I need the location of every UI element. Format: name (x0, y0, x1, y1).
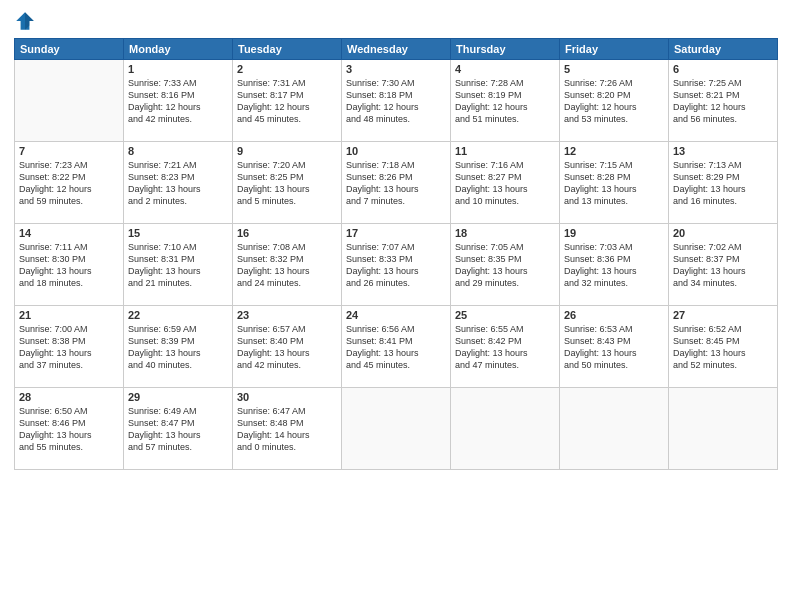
weekday-header: Tuesday (233, 39, 342, 60)
day-number: 1 (128, 63, 228, 75)
day-info: Sunrise: 7:02 AM Sunset: 8:37 PM Dayligh… (673, 241, 773, 290)
calendar-cell: 18Sunrise: 7:05 AM Sunset: 8:35 PM Dayli… (451, 224, 560, 306)
day-number: 18 (455, 227, 555, 239)
calendar-cell: 21Sunrise: 7:00 AM Sunset: 8:38 PM Dayli… (15, 306, 124, 388)
calendar-cell: 19Sunrise: 7:03 AM Sunset: 8:36 PM Dayli… (560, 224, 669, 306)
calendar-cell (15, 60, 124, 142)
calendar-week-row: 14Sunrise: 7:11 AM Sunset: 8:30 PM Dayli… (15, 224, 778, 306)
calendar-cell: 26Sunrise: 6:53 AM Sunset: 8:43 PM Dayli… (560, 306, 669, 388)
calendar-cell: 25Sunrise: 6:55 AM Sunset: 8:42 PM Dayli… (451, 306, 560, 388)
calendar-cell: 4Sunrise: 7:28 AM Sunset: 8:19 PM Daylig… (451, 60, 560, 142)
calendar-cell: 29Sunrise: 6:49 AM Sunset: 8:47 PM Dayli… (124, 388, 233, 470)
day-number: 23 (237, 309, 337, 321)
day-info: Sunrise: 6:50 AM Sunset: 8:46 PM Dayligh… (19, 405, 119, 454)
calendar-cell: 17Sunrise: 7:07 AM Sunset: 8:33 PM Dayli… (342, 224, 451, 306)
calendar-cell: 14Sunrise: 7:11 AM Sunset: 8:30 PM Dayli… (15, 224, 124, 306)
calendar-cell: 20Sunrise: 7:02 AM Sunset: 8:37 PM Dayli… (669, 224, 778, 306)
weekday-header: Sunday (15, 39, 124, 60)
weekday-header: Thursday (451, 39, 560, 60)
calendar-cell: 5Sunrise: 7:26 AM Sunset: 8:20 PM Daylig… (560, 60, 669, 142)
calendar-week-row: 7Sunrise: 7:23 AM Sunset: 8:22 PM Daylig… (15, 142, 778, 224)
day-number: 8 (128, 145, 228, 157)
day-number: 30 (237, 391, 337, 403)
day-number: 27 (673, 309, 773, 321)
calendar-cell: 23Sunrise: 6:57 AM Sunset: 8:40 PM Dayli… (233, 306, 342, 388)
calendar-cell: 24Sunrise: 6:56 AM Sunset: 8:41 PM Dayli… (342, 306, 451, 388)
day-number: 29 (128, 391, 228, 403)
day-info: Sunrise: 7:30 AM Sunset: 8:18 PM Dayligh… (346, 77, 446, 126)
day-number: 17 (346, 227, 446, 239)
day-info: Sunrise: 7:18 AM Sunset: 8:26 PM Dayligh… (346, 159, 446, 208)
logo (14, 10, 40, 32)
header-row: SundayMondayTuesdayWednesdayThursdayFrid… (15, 39, 778, 60)
day-info: Sunrise: 7:10 AM Sunset: 8:31 PM Dayligh… (128, 241, 228, 290)
day-info: Sunrise: 7:28 AM Sunset: 8:19 PM Dayligh… (455, 77, 555, 126)
day-info: Sunrise: 7:33 AM Sunset: 8:16 PM Dayligh… (128, 77, 228, 126)
day-info: Sunrise: 7:11 AM Sunset: 8:30 PM Dayligh… (19, 241, 119, 290)
calendar-cell: 11Sunrise: 7:16 AM Sunset: 8:27 PM Dayli… (451, 142, 560, 224)
day-info: Sunrise: 7:00 AM Sunset: 8:38 PM Dayligh… (19, 323, 119, 372)
calendar-cell (342, 388, 451, 470)
calendar-page: SundayMondayTuesdayWednesdayThursdayFrid… (0, 0, 792, 612)
day-number: 19 (564, 227, 664, 239)
day-info: Sunrise: 6:55 AM Sunset: 8:42 PM Dayligh… (455, 323, 555, 372)
calendar-cell: 22Sunrise: 6:59 AM Sunset: 8:39 PM Dayli… (124, 306, 233, 388)
day-info: Sunrise: 7:13 AM Sunset: 8:29 PM Dayligh… (673, 159, 773, 208)
day-info: Sunrise: 7:26 AM Sunset: 8:20 PM Dayligh… (564, 77, 664, 126)
day-number: 15 (128, 227, 228, 239)
day-number: 5 (564, 63, 664, 75)
calendar-cell: 2Sunrise: 7:31 AM Sunset: 8:17 PM Daylig… (233, 60, 342, 142)
logo-icon (14, 10, 36, 32)
calendar-cell: 10Sunrise: 7:18 AM Sunset: 8:26 PM Dayli… (342, 142, 451, 224)
day-info: Sunrise: 6:57 AM Sunset: 8:40 PM Dayligh… (237, 323, 337, 372)
calendar-cell: 12Sunrise: 7:15 AM Sunset: 8:28 PM Dayli… (560, 142, 669, 224)
day-info: Sunrise: 6:59 AM Sunset: 8:39 PM Dayligh… (128, 323, 228, 372)
day-info: Sunrise: 7:21 AM Sunset: 8:23 PM Dayligh… (128, 159, 228, 208)
day-number: 9 (237, 145, 337, 157)
day-number: 14 (19, 227, 119, 239)
calendar-cell: 13Sunrise: 7:13 AM Sunset: 8:29 PM Dayli… (669, 142, 778, 224)
day-number: 7 (19, 145, 119, 157)
calendar-cell: 28Sunrise: 6:50 AM Sunset: 8:46 PM Dayli… (15, 388, 124, 470)
day-number: 10 (346, 145, 446, 157)
weekday-header: Monday (124, 39, 233, 60)
day-number: 12 (564, 145, 664, 157)
day-info: Sunrise: 6:56 AM Sunset: 8:41 PM Dayligh… (346, 323, 446, 372)
day-info: Sunrise: 6:47 AM Sunset: 8:48 PM Dayligh… (237, 405, 337, 454)
calendar-week-row: 21Sunrise: 7:00 AM Sunset: 8:38 PM Dayli… (15, 306, 778, 388)
day-info: Sunrise: 7:23 AM Sunset: 8:22 PM Dayligh… (19, 159, 119, 208)
day-number: 22 (128, 309, 228, 321)
day-number: 6 (673, 63, 773, 75)
day-number: 16 (237, 227, 337, 239)
weekday-header: Saturday (669, 39, 778, 60)
weekday-header: Friday (560, 39, 669, 60)
day-number: 13 (673, 145, 773, 157)
calendar-cell: 3Sunrise: 7:30 AM Sunset: 8:18 PM Daylig… (342, 60, 451, 142)
calendar-cell: 27Sunrise: 6:52 AM Sunset: 8:45 PM Dayli… (669, 306, 778, 388)
day-number: 2 (237, 63, 337, 75)
day-info: Sunrise: 7:15 AM Sunset: 8:28 PM Dayligh… (564, 159, 664, 208)
calendar-cell (560, 388, 669, 470)
day-number: 4 (455, 63, 555, 75)
day-info: Sunrise: 6:49 AM Sunset: 8:47 PM Dayligh… (128, 405, 228, 454)
day-number: 26 (564, 309, 664, 321)
day-number: 3 (346, 63, 446, 75)
day-number: 24 (346, 309, 446, 321)
day-info: Sunrise: 7:25 AM Sunset: 8:21 PM Dayligh… (673, 77, 773, 126)
calendar-cell: 8Sunrise: 7:21 AM Sunset: 8:23 PM Daylig… (124, 142, 233, 224)
calendar-cell: 6Sunrise: 7:25 AM Sunset: 8:21 PM Daylig… (669, 60, 778, 142)
calendar-cell: 30Sunrise: 6:47 AM Sunset: 8:48 PM Dayli… (233, 388, 342, 470)
day-info: Sunrise: 7:16 AM Sunset: 8:27 PM Dayligh… (455, 159, 555, 208)
day-number: 21 (19, 309, 119, 321)
calendar-cell: 15Sunrise: 7:10 AM Sunset: 8:31 PM Dayli… (124, 224, 233, 306)
calendar-cell: 9Sunrise: 7:20 AM Sunset: 8:25 PM Daylig… (233, 142, 342, 224)
calendar-cell (451, 388, 560, 470)
day-info: Sunrise: 7:05 AM Sunset: 8:35 PM Dayligh… (455, 241, 555, 290)
calendar-cell (669, 388, 778, 470)
day-number: 28 (19, 391, 119, 403)
day-number: 25 (455, 309, 555, 321)
day-number: 20 (673, 227, 773, 239)
day-number: 11 (455, 145, 555, 157)
day-info: Sunrise: 7:07 AM Sunset: 8:33 PM Dayligh… (346, 241, 446, 290)
day-info: Sunrise: 7:20 AM Sunset: 8:25 PM Dayligh… (237, 159, 337, 208)
